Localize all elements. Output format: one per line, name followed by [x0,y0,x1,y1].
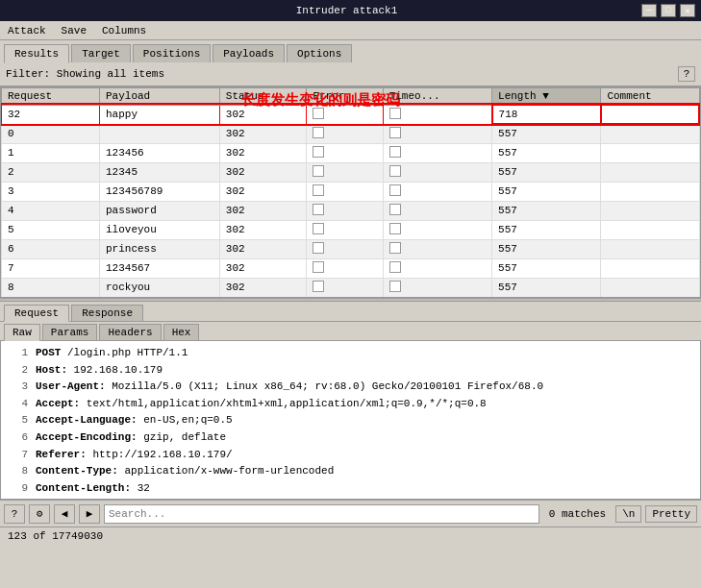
back-button[interactable]: ◀ [54,504,75,524]
table-row[interactable]: 1123456302557 [2,143,700,162]
http-line: 9Content-Length: 32 [9,480,692,498]
results-table-wrapper[interactable]: Request Payload Status Error Timeo... Le… [1,87,700,297]
checkbox[interactable] [389,242,401,254]
line-text: Accept-Language: en-US,en;q=0.5 [36,412,233,429]
tab-options[interactable]: Options [287,44,352,62]
menu-save[interactable]: Save [58,24,90,37]
line-number: 5 [9,412,28,429]
pretty-button[interactable]: Pretty [645,505,697,523]
cell-status: 302 [219,258,307,278]
col-error[interactable]: Error [307,88,383,106]
inner-tab-params[interactable]: Params [42,324,98,340]
menu-columns[interactable]: Columns [98,24,150,37]
cell-timeout [383,162,491,182]
col-request[interactable]: Request [2,88,100,106]
tab-results[interactable]: Results [4,44,69,63]
window-title: Intruder attack1 [52,5,641,16]
help-status-button[interactable]: ? [4,504,25,524]
line-text: Content-Type: application/x-www-form-url… [36,463,334,480]
line-number: 3 [9,379,28,396]
cell-timeout [383,124,491,143]
cell-status: 302 [219,201,307,220]
col-payload[interactable]: Payload [100,88,220,106]
checkbox[interactable] [389,146,401,158]
cell-request: 7 [2,258,100,278]
inner-tab-hex[interactable]: Hex [163,324,200,340]
cell-status: 302 [219,278,307,297]
line-number: 8 [9,463,28,480]
checkbox[interactable] [389,108,401,119]
checkbox[interactable] [313,223,324,234]
close-button[interactable]: ✕ [680,4,695,17]
cell-length: 557 [492,201,601,220]
checkbox[interactable] [313,184,324,196]
table-row[interactable]: 71234567302557 [2,258,700,278]
col-length[interactable]: Length ▼ [492,88,601,106]
table-body: 32happy302718030255711234563025572123453… [2,105,700,297]
checkbox[interactable] [313,204,324,215]
cell-length: 557 [492,220,601,239]
checkbox[interactable] [389,281,401,292]
table-row[interactable]: 32happy302718 [2,105,700,124]
table-row[interactable]: 212345302557 [2,162,700,182]
table-row[interactable]: 0302557 [2,124,700,143]
tab-request[interactable]: Request [4,305,69,322]
status-bar: ? ⚙ ◀ ▶ 0 matches \n Pretty [0,500,701,527]
line-text: Content-Length: 32 [36,480,150,498]
cell-error [307,201,383,220]
line-text: POST /login.php HTTP/1.1 [36,345,188,362]
cell-error [307,239,383,258]
cell-error [307,278,383,297]
checkbox[interactable] [313,261,324,273]
checkbox[interactable] [313,146,324,158]
cell-timeout [383,105,491,124]
cell-comment [601,124,699,143]
checkbox[interactable] [313,127,324,138]
table-row[interactable]: 6princess302557 [2,239,700,258]
checkbox[interactable] [313,281,324,292]
inner-tab-bar: Raw Params Headers Hex [0,322,701,341]
tab-response[interactable]: Response [71,305,143,321]
col-timeout[interactable]: Timeo... [383,88,491,106]
cell-payload: 1234567 [100,258,220,278]
tab-positions[interactable]: Positions [133,44,211,62]
col-status[interactable]: Status [219,88,307,106]
line-number: 4 [9,396,28,413]
table-row[interactable]: 8rockyou302557 [2,278,700,297]
inner-tab-raw[interactable]: Raw [4,324,40,341]
checkbox[interactable] [389,127,401,138]
cell-comment [601,182,699,201]
checkbox[interactable] [389,223,401,234]
forward-button[interactable]: ▶ [79,504,100,524]
settings-button[interactable]: ⚙ [29,504,50,524]
cell-comment [601,201,699,220]
checkbox[interactable] [389,184,401,196]
help-button[interactable]: ? [678,66,695,82]
http-line: 2Host: 192.168.10.179 [9,362,692,380]
results-table: Request Payload Status Error Timeo... Le… [1,87,700,297]
inner-tab-headers[interactable]: Headers [99,324,161,340]
table-row[interactable]: 3123456789302557 [2,182,700,201]
checkbox[interactable] [313,165,324,177]
tab-target[interactable]: Target [71,44,131,62]
checkbox[interactable] [313,108,324,119]
cell-timeout [383,143,491,162]
table-row[interactable]: 4password302557 [2,201,700,220]
minimize-button[interactable]: — [641,4,657,17]
menu-attack[interactable]: Attack [4,24,50,37]
col-comment[interactable]: Comment [601,88,699,106]
search-input[interactable] [104,504,539,524]
cell-payload: 123456789 [100,182,220,201]
maximize-button[interactable]: □ [661,4,676,17]
checkbox[interactable] [389,165,401,177]
cell-comment [601,258,699,278]
cell-error [307,220,383,239]
tab-payloads[interactable]: Payloads [213,44,285,62]
checkbox[interactable] [389,204,401,215]
table-row[interactable]: 5iloveyou302557 [2,220,700,239]
cell-payload: 12345 [100,162,220,182]
checkbox[interactable] [313,242,324,254]
http-line: 6Accept-Encoding: gzip, deflate [9,429,692,447]
ln-button[interactable]: \n [615,505,641,523]
checkbox[interactable] [389,261,401,273]
